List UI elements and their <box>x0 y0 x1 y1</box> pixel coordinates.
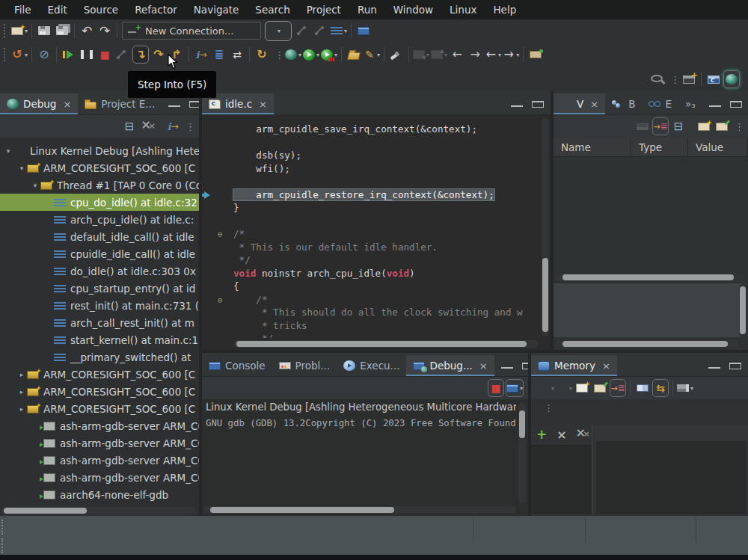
maximize-icon[interactable] <box>730 101 742 108</box>
code-line[interactable]: arm_cpuidle_restore_irq_context(&context… <box>202 188 540 202</box>
code-line[interactable]: * This should do all the clock switching… <box>202 306 540 319</box>
code-line[interactable]: */ <box>202 332 540 338</box>
hex-rendering-button[interactable]: ▾ <box>538 379 554 397</box>
debug-button[interactable]: ▾ <box>285 46 301 64</box>
toggle-memory-monitors-pane-button[interactable]: ⇆ <box>652 379 669 397</box>
code-line[interactable]: } <box>202 201 540 215</box>
search-button[interactable] <box>649 70 666 88</box>
menu-item-run[interactable]: Run <box>349 0 385 19</box>
open-console-button[interactable] <box>355 22 372 40</box>
step-into-button[interactable]: ↴ <box>132 46 149 64</box>
tree-item[interactable]: ▸ARM_CORESIGHT_SOC_600 [C <box>0 383 199 400</box>
vars-tab-e[interactable]: E <box>642 93 678 114</box>
overflow-menu-icon[interactable]: ⋮ <box>186 125 191 129</box>
detail-vscrollbar[interactable] <box>739 284 747 336</box>
disconnect-node-button[interactable] <box>313 22 329 40</box>
toolbar-drag-handle[interactable] <box>4 48 7 61</box>
restart-button[interactable]: ↻ <box>254 46 270 64</box>
tree-item[interactable]: aarch64-none-elf-gdb <box>0 486 199 503</box>
variables-table[interactable] <box>554 159 748 272</box>
scroll-thumb[interactable] <box>562 274 734 280</box>
variables-detail-pane[interactable] <box>554 283 741 337</box>
next-edit-location-button[interactable]: ▾ <box>431 46 447 64</box>
forward-button[interactable]: →▾ <box>503 46 519 64</box>
menu-item-file[interactable]: File <box>6 0 40 19</box>
step-over-button[interactable]: ↷ <box>150 46 167 64</box>
reset-target-button[interactable]: ↺▾ <box>11 46 28 64</box>
expander-closed-icon[interactable]: ▸ <box>16 371 27 378</box>
code-line[interactable] <box>202 136 540 150</box>
code-line[interactable]: void noinstr arch_cpu_idle(void) <box>202 267 540 280</box>
resume-button[interactable] <box>61 46 77 64</box>
close-icon[interactable]: × <box>259 99 267 110</box>
code-line[interactable]: * tricks <box>202 319 540 333</box>
instruction-stepping-mode-button[interactable] <box>165 117 181 135</box>
menu-item-edit[interactable]: Edit <box>40 0 76 19</box>
vars-tab--[interactable]: »₃ <box>678 93 702 114</box>
tree-item[interactable]: ▾Thread #1 [TAP 0 Core 0 (Co <box>0 176 199 194</box>
column-header-type[interactable]: Type <box>631 138 688 157</box>
hex-rendering-2-button[interactable]: ▾ <box>556 379 572 397</box>
show-all-frames-button[interactable]: ≣ <box>211 46 227 64</box>
last-edit-location-button[interactable]: ▾ <box>413 46 429 64</box>
memory-tab-memory[interactable]: Memory× <box>531 355 617 376</box>
debug-perspective-button[interactable] <box>723 70 740 88</box>
console-hscrollbar[interactable] <box>204 506 516 514</box>
show-type-names-button[interactable] <box>634 117 651 135</box>
connection-combo-dropdown[interactable]: ▾ <box>265 21 292 41</box>
console-output[interactable]: Linux Kernel Debug [Ashling Heterogeneou… <box>206 401 516 505</box>
maximize-icon[interactable] <box>532 101 544 108</box>
maximize-icon[interactable] <box>729 363 741 369</box>
expander-open-icon[interactable]: ▾ <box>30 182 40 189</box>
vars-tab-b[interactable]: B <box>605 93 642 114</box>
save-button[interactable] <box>36 22 52 40</box>
forward-history-button[interactable]: ↷ <box>96 22 113 40</box>
overflow-menu-icon[interactable]: ⋮ <box>735 125 741 129</box>
tree-item-selected[interactable]: cpu_do_idle() at idle.c:32 <box>0 194 199 211</box>
target-explorer-button[interactable]: ▾ <box>331 22 347 40</box>
menu-item-help[interactable]: Help <box>485 0 524 19</box>
tree-item[interactable]: default_idle_call() at idle <box>0 228 199 245</box>
console-tab-probl-[interactable]: Probl... <box>272 355 337 376</box>
scroll-thumb[interactable] <box>740 286 746 334</box>
tree-item[interactable]: cpuidle_idle_call() at idle <box>0 245 199 262</box>
code-line[interactable]: */ <box>202 253 540 267</box>
code-line[interactable]: arm_cpuidle_save_irq_context(&context); <box>202 123 540 136</box>
code-line[interactable]: wfi(); <box>202 162 540 176</box>
edit-variable-button[interactable] <box>714 117 730 135</box>
tree-item[interactable]: ▸ARM_CORESIGHT_SOC_600 [C <box>0 400 199 417</box>
debug-tab-debug[interactable]: Debug× <box>0 93 78 114</box>
link-with-debug-button[interactable] <box>652 117 669 135</box>
export-memory-button[interactable] <box>592 379 608 397</box>
tree-item[interactable]: arch_cpu_idle() at idle.c: <box>0 211 199 228</box>
tree-item[interactable]: __primary_switched() at <box>0 348 199 366</box>
open-element-button[interactable] <box>346 46 362 64</box>
console-tab-console[interactable]: Console <box>202 355 272 376</box>
code-line[interactable] <box>202 215 540 228</box>
code-line[interactable]: ⊖ /* <box>202 293 540 307</box>
tree-item[interactable]: start_kernel() at main.c:1 <box>0 331 199 348</box>
editor-hscrollbar[interactable] <box>233 340 539 348</box>
collapse-all-button[interactable]: ⊟ <box>121 117 138 135</box>
menu-item-window[interactable]: Window <box>385 0 441 19</box>
mark-occurrences-button[interactable]: ✎▾ <box>364 46 380 64</box>
fold-collapse-icon[interactable]: ⊖ <box>218 294 223 307</box>
skip-all-breakpoints-button[interactable]: ⊘ <box>36 46 52 64</box>
trim-drag-handle[interactable] <box>1 538 4 553</box>
minimize-icon[interactable] <box>709 101 721 107</box>
minimize-icon[interactable] <box>708 363 720 369</box>
link-memory-rendering-button[interactable] <box>610 379 626 397</box>
code-editor[interactable]: arm_cpuidle_save_irq_context(&context); … <box>202 116 540 338</box>
console-vscrollbar[interactable] <box>518 402 526 504</box>
menu-item-search[interactable]: Search <box>247 0 298 19</box>
column-header-name[interactable]: Name <box>554 138 631 157</box>
tree-item[interactable]: ▾ARM_CORESIGHT_SOC_600 [C <box>0 159 199 176</box>
debug-tree-hscrollbar[interactable] <box>1 507 196 514</box>
connection-combo[interactable]: New Connection... <box>122 22 261 40</box>
menu-item-refactor[interactable]: Refactor <box>126 0 186 19</box>
scroll-thumb[interactable] <box>519 410 525 438</box>
tree-item[interactable]: do_idle() at idle.c:303 0x <box>0 262 199 280</box>
tree-item[interactable]: ash-arm-gdb-server ARM_COR <box>0 452 199 469</box>
remove-memory-monitor-button[interactable]: × <box>554 426 570 444</box>
tree-item[interactable]: arch_call_rest_init() at m <box>0 314 199 331</box>
